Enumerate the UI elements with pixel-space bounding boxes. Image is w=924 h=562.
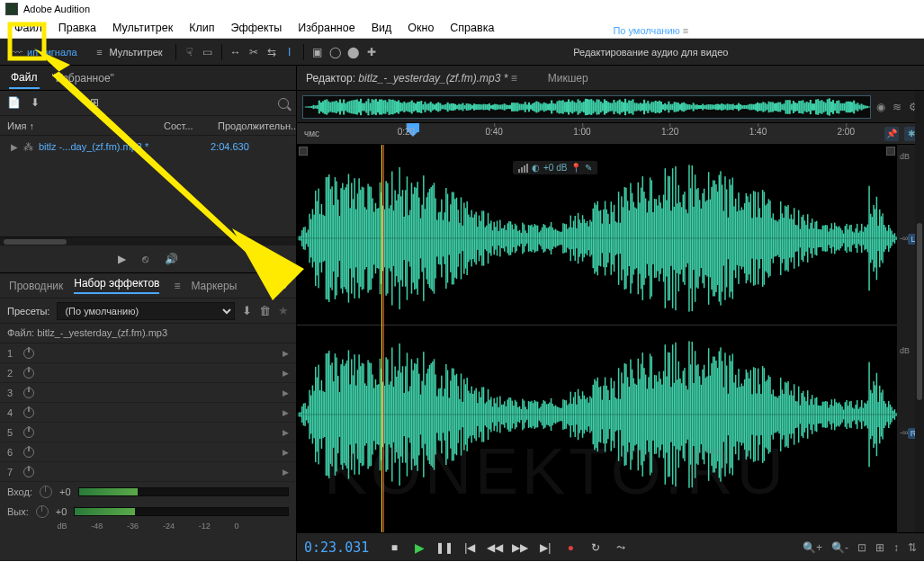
waveform-view-button[interactable]: 〰 ип сигнала [5, 43, 83, 61]
fx-slot[interactable]: 4▶ [0, 403, 296, 423]
pin-icon[interactable]: 📌 [884, 127, 899, 141]
menu-favorites[interactable]: Избранное [291, 20, 362, 36]
tab-effects-rack[interactable]: Набор эффектов [74, 277, 159, 294]
move-tool-icon[interactable]: ↔ [229, 46, 242, 58]
loop-button[interactable]: ↻ [587, 539, 605, 557]
save-preset-icon[interactable]: ⬇ [242, 304, 252, 317]
fade-in-handle[interactable] [299, 147, 308, 156]
files-hscroll[interactable] [0, 236, 296, 245]
preset-select[interactable]: (По умолчанию) [57, 302, 235, 320]
pause-button[interactable]: ❚❚ [435, 539, 453, 557]
col-state[interactable]: Сост... [157, 120, 211, 131]
power-icon[interactable] [23, 368, 34, 379]
record-button[interactable]: ● [561, 539, 579, 557]
open-file-icon[interactable]: 📄 [7, 96, 22, 111]
delete-preset-icon[interactable]: 🗑 [259, 304, 271, 317]
next-button[interactable]: ▶| [536, 539, 554, 557]
time-select-tool-icon[interactable]: I [283, 46, 296, 58]
multitrack-view-button[interactable]: ≡ Мультитрек [88, 43, 168, 61]
menu-clip[interactable]: Клип [182, 20, 221, 36]
tab-mixer[interactable]: Микшер [548, 72, 588, 85]
spectral-tool-icon[interactable]: ▭ [202, 46, 214, 58]
cursor-line[interactable] [383, 145, 384, 532]
timeline[interactable]: чмс 0:20 0:40 1:00 1:20 1:40 2:00 📌 ✱ [297, 123, 924, 145]
output-knob[interactable] [36, 505, 49, 518]
zoom-in-icon[interactable]: 🔍+ [803, 541, 822, 554]
pan-knob-icon[interactable]: ◐ [532, 163, 540, 173]
zoom-fit-icon[interactable]: ⊡ [857, 541, 866, 554]
prev-button[interactable]: |◀ [461, 539, 479, 557]
brush-tool-icon[interactable]: ⬤ [347, 46, 360, 58]
separator [175, 44, 176, 60]
marquee-tool-icon[interactable]: ▣ [311, 46, 324, 58]
fx-slot[interactable]: 7▶ [0, 462, 296, 482]
tab-explorer[interactable]: Проводник [9, 280, 63, 292]
menu-edit[interactable]: Правка [51, 20, 103, 36]
col-duration[interactable]: Продолжительн... [211, 120, 296, 131]
skip-button[interactable]: ⤳ [612, 539, 630, 557]
menu-effects[interactable]: Эффекты [223, 20, 289, 36]
hand-tool-icon[interactable]: ☟ [184, 46, 196, 58]
forward-button[interactable]: ▶▶ [511, 539, 529, 557]
power-icon[interactable] [23, 407, 34, 418]
power-icon[interactable] [23, 447, 34, 458]
fx-slot[interactable]: 5▶ [0, 423, 296, 442]
overview-waveform[interactable] [302, 95, 871, 119]
play-button[interactable]: ▶ [410, 539, 428, 557]
file-row[interactable]: ▶ ⁂ bitlz -...day_(zf.fm).mp3 * 2:04.630 [0, 136, 296, 157]
fx-slot[interactable]: 3▶ [0, 383, 296, 403]
zoom-out-icon[interactable]: 🔍- [831, 541, 848, 554]
workspace-default[interactable]: По умолчанию ≡ [613, 25, 688, 36]
menu-file[interactable]: Файл [7, 20, 49, 36]
timecode-display[interactable]: 0:23.031 [304, 540, 369, 556]
fx-slot[interactable]: 1▶ [0, 343, 296, 363]
col-name[interactable]: Имя ↑ [0, 120, 157, 131]
power-icon[interactable] [23, 388, 34, 398]
slip-tool-icon[interactable]: ⇆ [265, 46, 278, 58]
menu-multitrack[interactable]: Мультитрек [105, 20, 180, 36]
record-icon[interactable]: ⊞ [90, 96, 104, 111]
workspace-audio-video[interactable]: Редактирование аудио для видео [573, 47, 728, 58]
svg-rect-263 [798, 101, 800, 113]
favorite-preset-icon[interactable]: ★ [278, 304, 289, 317]
stop-button[interactable]: ■ [385, 539, 403, 557]
spectral-pitch-icon[interactable]: ◉ [876, 101, 885, 113]
editor-vscroll[interactable] [915, 91, 924, 532]
fade-out-handle[interactable] [886, 147, 895, 156]
playhead-line[interactable] [381, 145, 382, 532]
fx-slot[interactable]: 6▶ [0, 442, 296, 462]
loop-preview-icon[interactable]: ⎋ [142, 253, 148, 265]
auto-play-icon[interactable]: 🔊 [165, 253, 178, 265]
power-icon[interactable] [23, 467, 34, 477]
zoom-sel-icon[interactable]: ⊞ [875, 541, 884, 554]
lasso-tool-icon[interactable]: ◯ [329, 46, 342, 58]
svg-rect-52 [399, 103, 401, 112]
tab-markers[interactable]: Маркеры [191, 280, 237, 292]
panel-menu-icon[interactable]: ≡ [174, 280, 180, 292]
svg-rect-21 [341, 103, 343, 111]
power-icon[interactable] [23, 427, 34, 438]
fx-slot[interactable]: 2▶ [0, 363, 296, 383]
tab-files[interactable]: Файл [9, 67, 40, 89]
edit-hud-icon[interactable]: ✎ [585, 163, 592, 173]
spectral-freq-icon[interactable]: ≋ [893, 101, 902, 113]
waveform-right-channel[interactable] [297, 334, 897, 495]
waveform-left-channel[interactable] [297, 157, 897, 319]
rewind-button[interactable]: ◀◀ [486, 539, 504, 557]
heal-tool-icon[interactable]: ✚ [365, 46, 378, 58]
search-icon[interactable] [278, 98, 289, 109]
import-icon[interactable]: ⬇ [31, 96, 45, 111]
tab-favorites[interactable]: "Избранное" [50, 68, 116, 88]
more-tabs-icon[interactable]: » [281, 280, 287, 292]
pin-hud-icon[interactable]: 📍 [570, 163, 581, 173]
zoom-out-v-icon[interactable]: ⇅ [908, 541, 917, 554]
razor-tool-icon[interactable]: ✂ [247, 46, 260, 58]
svg-rect-194 [668, 101, 669, 112]
input-knob[interactable] [40, 486, 52, 498]
editor-hud[interactable]: ◐ +0 dB 📍 ✎ [513, 161, 597, 174]
zoom-in-v-icon[interactable]: ↕ [893, 541, 899, 554]
power-icon[interactable] [23, 348, 34, 359]
play-preview-icon[interactable]: ▶ [118, 253, 126, 265]
waveform-editor[interactable]: ◐ +0 dB 📍 ✎ dB -∞ L dB -∞ R [297, 145, 924, 532]
svg-rect-139 [564, 102, 566, 112]
